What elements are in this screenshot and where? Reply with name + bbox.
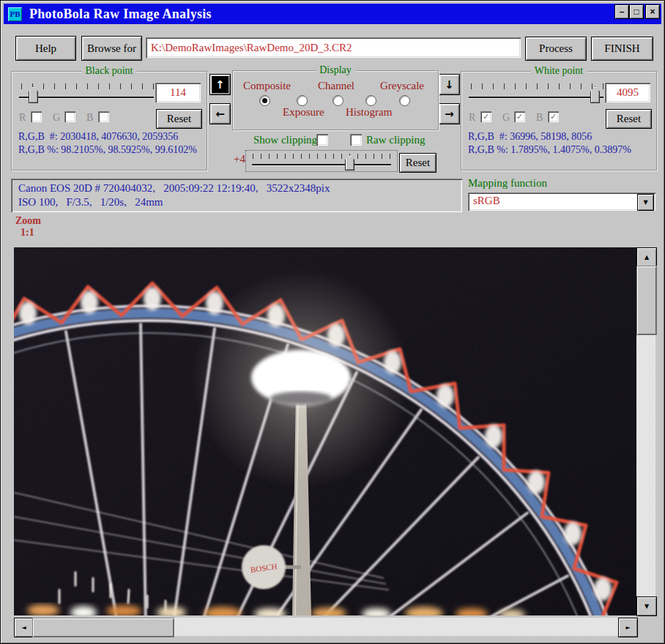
app-icon: PB	[8, 7, 22, 21]
black-point-value-input[interactable]: 114	[155, 83, 201, 102]
h-scroll-thumb[interactable]	[32, 618, 174, 637]
white-point-stats-count: R,G,B #: 36996, 58198, 8056	[468, 131, 592, 143]
radio-channel[interactable]	[332, 95, 343, 106]
scroll-up-icon: ▲	[644, 254, 649, 261]
chevron-down-icon: ▼	[643, 199, 647, 206]
exposure-slider-ticks	[253, 154, 390, 159]
black-g-checkbox[interactable]	[64, 111, 75, 122]
white-point-reset-button[interactable]: Reset	[606, 109, 652, 129]
check-icon: ✓	[516, 113, 523, 121]
pan-down-button[interactable]: ↓	[439, 74, 460, 95]
radio-greyscale[interactable]	[399, 95, 410, 106]
black-g-label: G	[53, 112, 60, 124]
display-group: Display Composite Channel Greyscale Expo…	[232, 70, 439, 130]
right-arrow-icon: →	[445, 108, 454, 121]
mapping-dropdown-button[interactable]: ▼	[637, 194, 654, 211]
pan-right-button[interactable]: →	[439, 103, 460, 124]
close-button[interactable]: ×	[645, 4, 660, 19]
finish-button[interactable]: FINISH	[591, 37, 653, 61]
exposure-slider-track	[252, 164, 391, 165]
mapping-function-value: sRGB	[473, 195, 500, 207]
radio-histogram[interactable]	[365, 95, 376, 106]
white-point-value-input[interactable]: 4095	[605, 83, 650, 102]
black-point-reset-button[interactable]: Reset	[156, 109, 202, 129]
title-bar: PB PhotoBola Raw Image Analysis	[4, 4, 661, 24]
file-path-text: K:\DemoRawImages\RawDemo_20D_3.CR2	[151, 42, 352, 54]
white-r-label: R	[469, 112, 475, 124]
check-icon: ✓	[550, 113, 557, 121]
white-b-label: B	[536, 112, 543, 124]
radio-label-channel: Channel	[318, 80, 354, 92]
white-point-slider[interactable]	[469, 97, 603, 98]
zoom-ratio: 1:1	[21, 227, 34, 239]
v-scroll-thumb[interactable]	[636, 266, 657, 335]
mapping-function-label: Mapping function	[468, 177, 547, 190]
radio-exposure[interactable]	[297, 95, 308, 106]
radio-label-composite: Composite	[243, 80, 291, 92]
black-point-title: Black point	[82, 65, 137, 77]
black-point-value-text: 114	[170, 86, 186, 99]
raw-image-preview: BOSCH	[14, 247, 636, 615]
pan-up-button[interactable]: ↑	[209, 74, 231, 95]
exposure-slider[interactable]	[245, 150, 398, 172]
window-title: PhotoBola Raw Image Analysis	[29, 7, 212, 22]
app-window: PB PhotoBola Raw Image Analysis – □ × He…	[0, 0, 665, 644]
display-title: Display	[316, 64, 355, 76]
radio-label-greyscale: Greyscale	[380, 80, 424, 92]
image-viewport[interactable]: BOSCH	[14, 247, 636, 615]
white-g-label: G	[502, 112, 510, 124]
left-arrow-icon: ←	[215, 108, 225, 121]
maximize-button[interactable]: □	[629, 4, 644, 19]
white-point-title: White point	[531, 65, 587, 77]
raw-clipping-label: Raw clipping	[366, 134, 425, 146]
info-line-1: Canon EOS 20D # 720404032, 2005:09:22 12…	[18, 182, 330, 195]
black-b-checkbox[interactable]	[98, 111, 109, 122]
check-icon: ✓	[483, 113, 489, 121]
radio-label-exposure: Exposure	[283, 106, 324, 119]
help-button[interactable]: Help	[15, 36, 76, 61]
black-b-label: B	[86, 112, 93, 124]
down-arrow-icon: ↓	[445, 78, 454, 91]
h-scroll-right-button[interactable]: ►	[618, 618, 638, 637]
mapping-function-select[interactable]: sRGB ▼	[468, 192, 655, 211]
scroll-down-icon: ▼	[644, 603, 649, 610]
up-arrow-icon: ↑	[215, 78, 225, 91]
white-point-stats-percent: R,G,B %: 1.7895%, 1.4075%, 0.3897%	[468, 144, 631, 156]
white-point-slider-ticks	[471, 83, 604, 89]
info-line-2: ISO 100, F/3.5, 1/20s, 24mm	[18, 196, 163, 209]
zoom-label: Zoom	[15, 215, 41, 227]
scroll-left-icon: ◄	[21, 624, 26, 631]
show-clipping-checkbox[interactable]	[316, 134, 328, 146]
black-point-slider[interactable]	[19, 97, 154, 98]
show-clipping-label: Show clipping	[253, 134, 317, 146]
radio-label-histogram: Histogram	[346, 106, 392, 119]
black-r-label: R	[19, 112, 26, 124]
radio-composite[interactable]	[259, 95, 270, 106]
browse-button[interactable]: Browse for	[81, 36, 142, 61]
exposure-value-label: +4	[234, 153, 245, 165]
process-button[interactable]: Process	[525, 37, 587, 61]
v-scroll-down-button[interactable]: ▼	[636, 596, 657, 616]
scroll-right-icon: ►	[625, 624, 630, 631]
camera-info-panel: Canon EOS 20D # 720404032, 2005:09:22 12…	[11, 179, 462, 212]
file-path-input[interactable]: K:\DemoRawImages\RawDemo_20D_3.CR2	[146, 37, 521, 58]
black-r-checkbox[interactable]	[31, 111, 42, 122]
v-scrollbar[interactable]: ▲ ▼	[636, 247, 655, 616]
white-g-checkbox[interactable]: ✓	[514, 111, 525, 122]
white-point-group: White point 4095 R ✓ G ✓ B ✓ Reset R,G,B…	[461, 71, 657, 171]
white-point-value-text: 4095	[617, 86, 639, 99]
black-point-slider-ticks	[21, 83, 155, 89]
black-point-stats-count: R,G,B #: 2030418, 4076630, 2059356	[18, 131, 178, 143]
raw-clipping-checkbox[interactable]	[350, 134, 362, 146]
pan-left-button[interactable]: ←	[209, 103, 231, 124]
black-point-stats-percent: R,G,B %: 98.2105%, 98.5925%, 99.6102%	[18, 144, 197, 156]
white-b-checkbox[interactable]: ✓	[548, 111, 559, 122]
v-scroll-up-button[interactable]: ▲	[636, 247, 657, 267]
white-r-checkbox[interactable]: ✓	[480, 111, 491, 122]
exposure-reset-button[interactable]: Reset	[399, 153, 436, 173]
black-point-group: Black point 114 R G B Reset R,G,B #: 203…	[11, 71, 207, 171]
h-scrollbar[interactable]: ◄ ►	[14, 618, 638, 636]
h-scroll-left-button[interactable]: ◄	[14, 618, 34, 637]
minimize-button[interactable]: –	[614, 4, 629, 19]
